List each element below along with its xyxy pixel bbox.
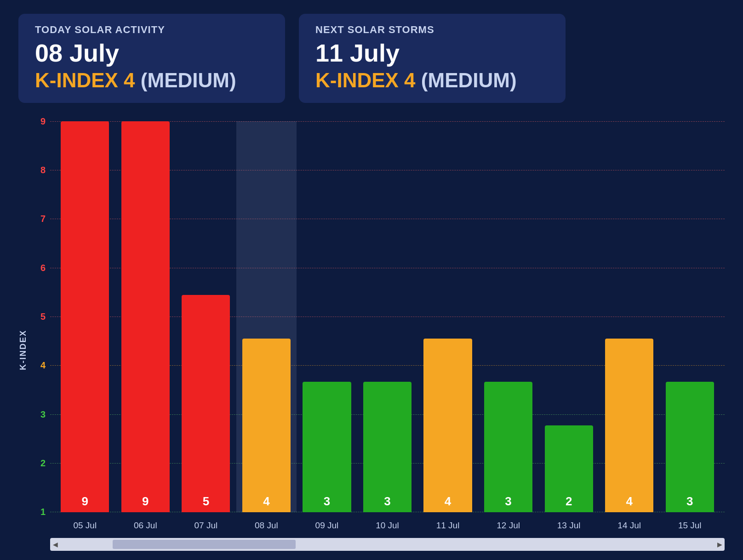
bar-value-06-Jul: 9 — [142, 494, 149, 509]
today-card-kindex: K-INDEX 4 (MEDIUM) — [35, 68, 269, 93]
bar-13-Jul: 2 — [545, 425, 593, 512]
today-kindex-number: K-INDEX 4 — [35, 69, 135, 91]
bar-label-14-Jul: 14 Jul — [617, 520, 641, 531]
bar-group-11-Jul: 411 Jul — [417, 121, 478, 512]
bar-group-07-Jul: 507 Jul — [176, 121, 236, 512]
bar-11-Jul: 4 — [423, 339, 472, 512]
y-label-5: 5 — [32, 311, 46, 322]
bar-12-Jul: 3 — [484, 382, 532, 512]
bar-group-05-Jul: 905 Jul — [55, 121, 115, 512]
chart-container: 987654321 905 Jul906 Jul507 Jul408 Jul30… — [32, 121, 725, 551]
scrollbar-thumb[interactable] — [113, 540, 296, 549]
bar-09-Jul: 3 — [303, 382, 351, 512]
today-kindex-medium: (MEDIUM) — [141, 69, 236, 91]
y-label-9: 9 — [32, 116, 46, 127]
chart-inner: 987654321 905 Jul906 Jul507 Jul408 Jul30… — [32, 121, 725, 535]
bar-label-12-Jul: 12 Jul — [497, 520, 520, 531]
info-cards-section: TODAY SOLAR ACTIVITY 08 July K-INDEX 4 (… — [18, 14, 725, 103]
bar-label-11-Jul: 11 Jul — [436, 520, 460, 531]
bar-group-09-Jul: 309 Jul — [297, 121, 357, 512]
y-axis-label: K-INDEX — [18, 121, 28, 551]
scrollbar[interactable]: ◀ ▶ — [50, 538, 725, 551]
bar-value-07-Jul: 5 — [203, 494, 209, 509]
bar-label-05-Jul: 05 Jul — [73, 520, 97, 531]
bar-value-12-Jul: 3 — [505, 494, 511, 509]
y-label-4: 4 — [32, 360, 46, 371]
bar-group-12-Jul: 312 Jul — [478, 121, 539, 512]
next-card-kindex: K-INDEX 4 (MEDIUM) — [315, 68, 549, 93]
next-kindex-number: K-INDEX 4 — [315, 69, 416, 91]
bar-value-05-Jul: 9 — [82, 494, 88, 509]
next-card-date: 11 July — [315, 40, 549, 67]
y-label-3: 3 — [32, 409, 46, 420]
bar-group-08-Jul: 408 Jul — [236, 121, 297, 512]
bar-group-10-Jul: 310 Jul — [357, 121, 418, 512]
bar-label-15-Jul: 15 Jul — [678, 520, 702, 531]
scrollbar-right-arrow[interactable]: ▶ — [714, 538, 725, 551]
bar-08-Jul: 4 — [242, 339, 291, 512]
bar-06-Jul: 9 — [121, 121, 170, 512]
y-label-6: 6 — [32, 263, 46, 273]
bar-value-11-Jul: 4 — [445, 494, 451, 509]
bar-label-08-Jul: 08 Jul — [255, 520, 278, 531]
bar-value-14-Jul: 4 — [626, 494, 632, 509]
chart-area: K-INDEX 987654321 905 Jul906 Jul507 Jul4… — [18, 121, 725, 551]
bar-group-06-Jul: 906 Jul — [115, 121, 176, 512]
bar-05-Jul: 9 — [61, 121, 109, 512]
scrollbar-left-arrow[interactable]: ◀ — [50, 538, 60, 551]
next-card-subtitle: NEXT SOLAR STORMS — [315, 24, 549, 36]
bar-label-13-Jul: 13 Jul — [557, 520, 581, 531]
bar-value-13-Jul: 2 — [566, 494, 572, 509]
bar-group-14-Jul: 414 Jul — [599, 121, 660, 512]
bar-value-15-Jul: 3 — [686, 494, 693, 509]
y-label-7: 7 — [32, 214, 46, 224]
bar-07-Jul: 5 — [182, 295, 230, 512]
bar-value-09-Jul: 3 — [324, 494, 330, 509]
bar-group-13-Jul: 213 Jul — [538, 121, 599, 512]
bar-label-07-Jul: 07 Jul — [194, 520, 218, 531]
y-label-8: 8 — [32, 165, 46, 175]
bar-label-10-Jul: 10 Jul — [376, 520, 399, 531]
bar-group-15-Jul: 315 Jul — [659, 121, 720, 512]
bar-10-Jul: 3 — [363, 382, 412, 512]
next-kindex-medium: (MEDIUM) — [421, 69, 517, 91]
today-card-date: 08 July — [35, 40, 269, 67]
bar-15-Jul: 3 — [666, 382, 714, 512]
bar-value-08-Jul: 4 — [263, 494, 269, 509]
today-card-subtitle: TODAY SOLAR ACTIVITY — [35, 24, 269, 36]
bar-label-06-Jul: 06 Jul — [134, 520, 157, 531]
bars-container: 905 Jul906 Jul507 Jul408 Jul309 Jul310 J… — [50, 121, 725, 512]
bar-label-09-Jul: 09 Jul — [315, 520, 339, 531]
next-card: NEXT SOLAR STORMS 11 July K-INDEX 4 (MED… — [299, 14, 566, 103]
bar-14-Jul: 4 — [605, 339, 653, 512]
today-card: TODAY SOLAR ACTIVITY 08 July K-INDEX 4 (… — [18, 14, 285, 103]
y-label-1: 1 — [32, 507, 46, 517]
bar-value-10-Jul: 3 — [384, 494, 390, 509]
y-label-2: 2 — [32, 458, 46, 469]
